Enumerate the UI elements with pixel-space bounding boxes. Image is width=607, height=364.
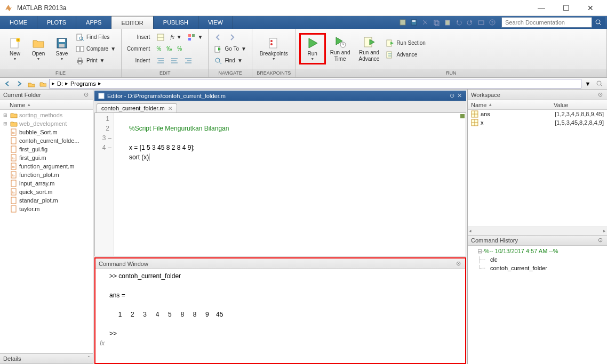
run-and-advance-button[interactable]: Run and Advance xyxy=(354,35,384,63)
nav-back-button[interactable] xyxy=(212,31,225,43)
file-item[interactable]: taylor.m xyxy=(0,205,93,213)
cmdwin-menu-icon[interactable]: ⊙ xyxy=(454,260,462,268)
folder-item[interactable]: ⊞web_development xyxy=(0,119,93,128)
current-folder-menu-icon[interactable]: ⊙ xyxy=(82,91,90,99)
history-entry[interactable]: ├┈clc xyxy=(470,255,605,264)
path-browse-button[interactable] xyxy=(37,79,48,88)
ws-var-row[interactable]: x[1,5,3,45,8,2,8,4,9] xyxy=(468,118,607,127)
workspace-scrollbar[interactable]: ◂▸ xyxy=(468,227,607,235)
search-button[interactable] xyxy=(592,17,605,28)
code-analyzer-marker[interactable] xyxy=(460,114,465,118)
find-files-button[interactable]: Find Files xyxy=(74,31,118,43)
editor-body[interactable]: 1 2 3– 4– %Script File Mengurutkan Bilan… xyxy=(94,113,466,256)
file-item[interactable]: standar_plot.m xyxy=(0,196,93,205)
workspace-menu-icon[interactable]: ⊙ xyxy=(596,91,604,99)
editor-tab[interactable]: contoh_current_folder.m ✕ xyxy=(97,103,177,112)
editor-menu-icon[interactable]: ⊙ xyxy=(448,92,456,100)
run-button[interactable]: Run▼ xyxy=(299,33,326,64)
compare-button[interactable]: Compare ▼ xyxy=(74,43,118,55)
path-search-button[interactable] xyxy=(594,79,605,88)
svg-text:fx: fx xyxy=(12,157,15,160)
run-section-button[interactable]: Run Section xyxy=(384,37,427,49)
help-icon[interactable]: ? xyxy=(488,18,497,27)
run-and-time-button[interactable]: Run and Time xyxy=(326,35,355,63)
open-button[interactable]: Open▼ xyxy=(27,36,50,62)
command-window-body[interactable]: fx>> contoh_current_folder ans = 1 2 3 4… xyxy=(95,269,465,363)
fx-icon[interactable]: fx xyxy=(100,271,109,361)
editor-tabs: contoh_current_folder.m ✕ xyxy=(94,101,466,113)
ws-col-value[interactable]: Value xyxy=(554,102,568,108)
file-item[interactable]: contoh_current_folde... xyxy=(0,136,93,145)
file-item[interactable]: fxbubble_Sort.m xyxy=(0,128,93,136)
uncomment-btn[interactable]: ‰ xyxy=(164,43,174,55)
save-icon[interactable] xyxy=(409,18,419,27)
history-menu-icon[interactable]: ⊙ xyxy=(596,237,604,244)
tab-apps[interactable]: APPS xyxy=(76,16,111,29)
switch-windows-icon[interactable] xyxy=(476,18,486,27)
search-input[interactable] xyxy=(501,17,592,28)
advance-button[interactable]: Advance xyxy=(384,49,427,61)
path-box[interactable]: ▸ D: ▸ Programs ▸ xyxy=(49,79,581,88)
insert-section-button[interactable] xyxy=(154,31,167,43)
ws-var-row[interactable]: ans[1,2,3,4,5,8,8,9,45] xyxy=(468,110,607,118)
file-item[interactable]: fxquick_sort.m xyxy=(0,188,93,196)
redo-icon[interactable] xyxy=(465,18,475,27)
details-panel-title[interactable]: Detailsˆ xyxy=(0,353,93,364)
close-button[interactable]: ✕ xyxy=(578,0,603,16)
tab-view[interactable]: VIEW xyxy=(198,16,233,29)
maximize-button[interactable]: ☐ xyxy=(554,0,578,16)
goto-button[interactable]: Go To ▼ xyxy=(212,43,248,55)
folder-item[interactable]: ⊞sorting_methods xyxy=(0,111,93,119)
insert-misc-button[interactable]: ▼ xyxy=(185,31,205,43)
editor-close-icon[interactable]: ✕ xyxy=(456,92,463,100)
history-timestamp[interactable]: ⊟-%-- 10/13/2017 4:57 AM --% xyxy=(470,247,605,255)
tab-home[interactable]: HOME xyxy=(0,16,37,29)
svg-text:?: ? xyxy=(491,20,494,25)
path-drive[interactable]: D: ▸ xyxy=(57,80,68,87)
svg-line-31 xyxy=(219,62,221,64)
matlab-logo-icon xyxy=(4,4,13,12)
svg-rect-55 xyxy=(11,206,16,212)
ws-col-name[interactable]: Name ▲ xyxy=(471,102,554,108)
save-button[interactable]: Save▼ xyxy=(50,36,74,62)
file-item[interactable]: fxfunction_plot.m xyxy=(0,171,93,179)
svg-point-9 xyxy=(596,20,600,24)
minimize-button[interactable]: — xyxy=(529,0,554,16)
path-folder[interactable]: Programs ▸ xyxy=(70,80,101,87)
copy-icon[interactable] xyxy=(432,18,441,27)
file-item[interactable]: fxfunction_argument.m xyxy=(0,162,93,171)
outdent-btn[interactable] xyxy=(168,55,181,67)
file-item[interactable]: input_array.m xyxy=(0,179,93,188)
undo-icon[interactable] xyxy=(454,18,464,27)
comment-btn[interactable]: % xyxy=(154,43,163,55)
smart-indent-btn[interactable] xyxy=(182,55,195,67)
cut-icon[interactable] xyxy=(420,18,430,27)
paste-icon[interactable] xyxy=(443,18,452,27)
path-back-button[interactable] xyxy=(2,79,13,88)
indent-btn[interactable] xyxy=(154,55,167,67)
workspace-body[interactable]: ans[1,2,3,4,5,8,8,9,45] x[1,5,3,45,8,2,8… xyxy=(468,110,607,227)
tab-editor[interactable]: EDITOR xyxy=(111,16,153,29)
tab-close-icon[interactable]: ✕ xyxy=(168,106,172,111)
svg-point-30 xyxy=(215,58,220,62)
tab-publish[interactable]: PUBLISH xyxy=(154,16,198,29)
editor-code[interactable]: %Script File Mengurutkan Bilangan x = [1… xyxy=(114,113,233,256)
nav-fwd-button[interactable] xyxy=(226,31,238,43)
breakpoints-button[interactable]: Breakpoints▼ xyxy=(255,36,292,62)
qat-btn-1[interactable] xyxy=(398,18,408,27)
history-entry[interactable]: └┈contoh_current_folder xyxy=(470,264,605,272)
find-button[interactable]: Find ▼ xyxy=(212,55,248,67)
insert-fx-button[interactable]: fx ▼ xyxy=(168,31,183,43)
print-button[interactable]: Print ▼ xyxy=(74,55,118,67)
history-body[interactable]: ⊟-%-- 10/13/2017 4:57 AM --% ├┈clc └┈con… xyxy=(468,246,607,365)
path-dropdown-button[interactable]: ▼ xyxy=(582,79,593,88)
wrap-comment-btn[interactable]: % xyxy=(175,43,184,55)
folder-tree[interactable]: ⊞sorting_methods ⊞web_development fxbubb… xyxy=(0,110,93,353)
file-item[interactable]: fxfirst_gui.m xyxy=(0,153,93,162)
cf-col-name[interactable]: Name ▲ xyxy=(10,102,31,108)
path-up-button[interactable] xyxy=(26,79,36,88)
tab-plots[interactable]: PLOTS xyxy=(37,16,76,29)
new-button[interactable]: New▼ xyxy=(3,36,27,62)
file-item[interactable]: first_gui.fig xyxy=(0,145,93,153)
path-fwd-button[interactable] xyxy=(14,79,25,88)
